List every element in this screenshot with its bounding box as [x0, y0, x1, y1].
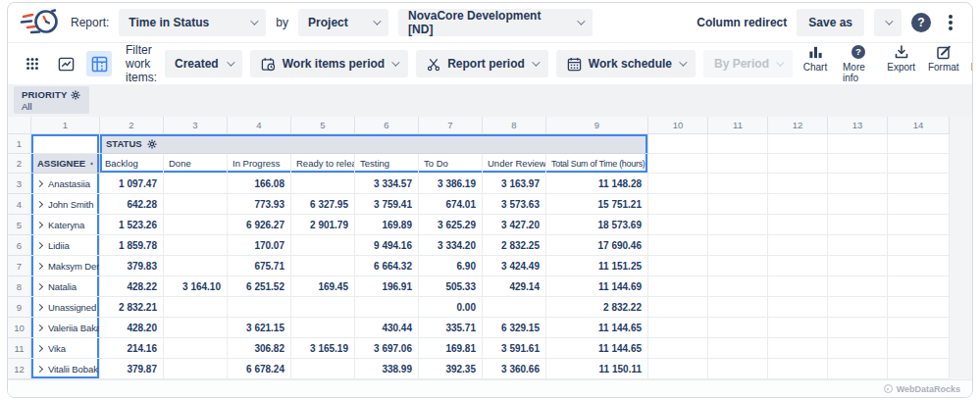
empty-cell[interactable] — [708, 297, 768, 318]
expand-chevron-icon[interactable] — [36, 282, 43, 289]
assignee-cell[interactable]: Natalia — [31, 276, 100, 297]
status-column-header[interactable]: In Progress — [228, 154, 291, 174]
value-cell[interactable]: 11 151.25 — [546, 256, 648, 276]
assignee-cell[interactable]: John Smith — [31, 194, 100, 215]
empty-cell[interactable] — [768, 174, 828, 194]
empty-cell[interactable] — [768, 297, 828, 318]
value-cell[interactable]: 3 697.06 — [355, 338, 419, 359]
empty-cell[interactable] — [648, 154, 708, 174]
expand-chevron-icon[interactable] — [36, 200, 43, 207]
empty-cell[interactable] — [648, 194, 708, 215]
value-cell[interactable]: 428.22 — [100, 276, 164, 297]
empty-cell[interactable] — [768, 134, 828, 154]
empty-cell[interactable] — [708, 318, 768, 338]
value-cell[interactable]: 379.87 — [100, 359, 164, 379]
value-cell[interactable] — [164, 235, 228, 256]
value-cell[interactable] — [228, 297, 291, 318]
value-cell[interactable]: 642.28 — [100, 194, 164, 215]
status-column-header[interactable]: Ready to release — [291, 154, 355, 174]
column-redirect-button[interactable]: Column redirect — [696, 16, 787, 29]
value-cell[interactable]: 3 163.97 — [483, 174, 546, 194]
empty-cell[interactable] — [768, 276, 828, 297]
empty-cell[interactable] — [828, 154, 888, 174]
expand-chevron-icon[interactable] — [36, 179, 43, 186]
value-cell[interactable]: 505.33 — [419, 276, 483, 297]
status-column-header[interactable]: Under Review — [483, 154, 546, 174]
empty-cell[interactable] — [888, 194, 950, 215]
pivot-view-button[interactable] — [86, 51, 112, 76]
value-cell[interactable]: 169.89 — [355, 215, 419, 235]
value-cell[interactable]: 675.71 — [228, 256, 291, 276]
save-as-caret-button[interactable] — [874, 9, 902, 36]
format-action-button[interactable]: Format — [929, 44, 958, 73]
value-cell[interactable]: 1 097.47 — [100, 174, 164, 194]
status-column-header[interactable]: Testing — [355, 154, 419, 174]
empty-cell[interactable] — [648, 318, 708, 338]
empty-cell[interactable] — [828, 318, 888, 338]
empty-cell[interactable] — [828, 194, 888, 215]
value-cell[interactable]: 3 334.20 — [419, 235, 483, 256]
empty-cell[interactable] — [828, 256, 888, 276]
empty-cell[interactable] — [708, 276, 768, 297]
value-cell[interactable]: 214.16 — [100, 338, 164, 359]
value-cell[interactable] — [164, 194, 228, 215]
empty-cell[interactable] — [648, 235, 708, 256]
value-cell[interactable]: 11 144.69 — [546, 276, 648, 297]
value-cell[interactable]: 15 751.21 — [546, 194, 648, 215]
value-cell[interactable]: 379.83 — [100, 256, 164, 276]
value-cell[interactable]: 0.00 — [419, 297, 483, 318]
value-cell[interactable]: 3 424.49 — [483, 256, 546, 276]
value-cell[interactable]: 430.44 — [355, 318, 419, 338]
value-cell[interactable] — [164, 256, 228, 276]
empty-cell[interactable] — [828, 297, 888, 318]
empty-cell[interactable] — [888, 256, 950, 276]
assignee-cell[interactable]: Maksym Denys — [31, 256, 100, 276]
report-period-button[interactable]: Report period — [416, 50, 548, 77]
empty-cell[interactable] — [708, 174, 768, 194]
expand-chevron-icon[interactable] — [36, 303, 43, 310]
value-cell[interactable]: 306.82 — [228, 338, 291, 359]
value-cell[interactable] — [291, 318, 355, 338]
assignee-cell[interactable]: Kateryna — [31, 215, 100, 235]
value-cell[interactable]: 2 832.21 — [100, 297, 164, 318]
value-cell[interactable]: 3 427.20 — [483, 215, 546, 235]
status-column-header[interactable]: Total Sum of Time (hours) — [546, 154, 648, 174]
value-cell[interactable]: 773.93 — [228, 194, 291, 215]
value-cell[interactable] — [483, 297, 546, 318]
layout-action-button[interactable]: Layout — [971, 44, 973, 73]
empty-cell[interactable] — [648, 359, 708, 379]
value-cell[interactable]: 1 859.78 — [100, 235, 164, 256]
value-cell[interactable]: 11 150.11 — [546, 359, 648, 379]
empty-cell[interactable] — [648, 297, 708, 318]
value-cell[interactable]: 3 165.19 — [291, 338, 355, 359]
value-cell[interactable]: 170.07 — [228, 235, 291, 256]
empty-cell[interactable] — [828, 134, 888, 154]
empty-cell[interactable] — [708, 194, 768, 215]
value-cell[interactable] — [291, 359, 355, 379]
empty-cell[interactable] — [888, 297, 950, 318]
assignee-cell[interactable]: Lidiia — [31, 235, 100, 256]
more-info-action-button[interactable]: ? More info — [843, 44, 874, 83]
value-cell[interactable]: 6 926.27 — [228, 215, 291, 235]
expand-chevron-icon[interactable] — [36, 324, 43, 330]
empty-cell[interactable] — [708, 154, 768, 174]
status-column-header[interactable]: Done — [164, 154, 228, 174]
empty-cell[interactable] — [888, 318, 950, 338]
status-group-header[interactable]: STATUS — [100, 134, 648, 154]
empty-cell[interactable] — [888, 134, 950, 154]
value-cell[interactable]: 674.01 — [419, 194, 483, 215]
assignee-cell[interactable]: Valeriia Bakalina — [31, 318, 100, 338]
expand-chevron-icon[interactable] — [36, 365, 43, 372]
empty-cell[interactable] — [768, 154, 828, 174]
priority-filter-chip[interactable]: PRIORITY All — [14, 86, 89, 114]
empty-cell[interactable] — [708, 235, 768, 256]
value-cell[interactable]: 3 621.15 — [228, 318, 291, 338]
brand-link[interactable]: WebDataRocks — [897, 384, 960, 394]
value-cell[interactable]: 2 832.25 — [483, 235, 546, 256]
value-cell[interactable]: 169.45 — [291, 276, 355, 297]
expand-chevron-icon[interactable] — [36, 344, 43, 351]
value-cell[interactable]: 6 327.95 — [291, 194, 355, 215]
value-cell[interactable]: 11 144.65 — [546, 318, 648, 338]
value-cell[interactable] — [355, 297, 419, 318]
value-cell[interactable]: 11 148.28 — [546, 174, 648, 194]
